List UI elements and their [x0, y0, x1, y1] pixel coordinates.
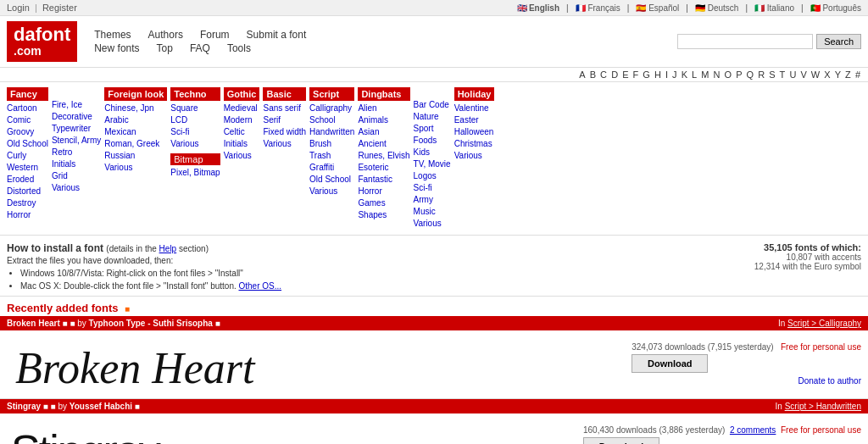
alpha-V[interactable]: V	[800, 69, 806, 80]
alpha-N[interactable]: N	[714, 69, 721, 80]
cat-kids[interactable]: Kids	[414, 147, 451, 158]
cat-army[interactable]: Army	[414, 194, 451, 206]
font-author-broken-heart[interactable]: Typhoon Type - Suthi Srisopha	[89, 319, 213, 328]
alpha-U[interactable]: U	[789, 69, 796, 80]
search-input[interactable]	[677, 34, 813, 49]
cat-logos[interactable]: Logos	[414, 170, 451, 182]
alpha-H[interactable]: H	[654, 69, 661, 80]
cat-groovy[interactable]: Groovy	[7, 126, 48, 138]
cat-holiday-various[interactable]: Various	[454, 150, 495, 162]
rss-icon[interactable]: ■	[125, 304, 130, 314]
cat-horror[interactable]: Horror	[7, 209, 48, 221]
alpha-M[interactable]: M	[701, 69, 709, 80]
alpha-L[interactable]: L	[692, 69, 697, 80]
alpha-hash[interactable]: #	[855, 69, 860, 80]
cat-horror-ding[interactable]: Horror	[358, 186, 409, 197]
comments-link-stingray[interactable]: 2 comments	[730, 425, 776, 435]
cat-distorted[interactable]: Distorted	[7, 186, 48, 197]
cat-trash[interactable]: Trash	[309, 150, 354, 162]
cat-celtic[interactable]: Celtic	[224, 126, 260, 138]
cat-cartoon[interactable]: Cartoon	[7, 103, 48, 114]
cat-halloween[interactable]: Halloween	[454, 126, 495, 138]
cat-brush[interactable]: Brush	[309, 138, 354, 150]
cat-animals[interactable]: Animals	[358, 114, 409, 126]
nav-tools[interactable]: Tools	[227, 42, 251, 54]
alpha-Q[interactable]: Q	[747, 69, 754, 80]
cat-sans-serif[interactable]: Sans serif	[263, 103, 306, 114]
cat-modern[interactable]: Modern	[224, 114, 260, 126]
cat-barcode[interactable]: Bar Code	[414, 99, 451, 111]
help-link[interactable]: Help	[159, 244, 177, 253]
lang-spanish[interactable]: 🇪🇸 Español	[636, 3, 679, 13]
alpha-B[interactable]: B	[590, 69, 596, 80]
download-button-broken-heart[interactable]: Download	[632, 354, 708, 373]
nav-submit[interactable]: Submit a font	[247, 29, 307, 41]
nav-forum[interactable]: Forum	[200, 29, 230, 41]
alpha-Z[interactable]: Z	[845, 69, 851, 80]
cat-roman[interactable]: Roman, Greek	[104, 138, 167, 150]
alpha-G[interactable]: G	[643, 69, 650, 80]
cat-grid[interactable]: Grid	[52, 170, 101, 182]
alpha-A[interactable]: A	[579, 69, 585, 80]
cat-gothic-various[interactable]: Various	[224, 150, 260, 162]
cat-runes[interactable]: Runes, Elvish	[358, 150, 409, 162]
alpha-I[interactable]: I	[665, 69, 668, 80]
cat-serif[interactable]: Serif	[263, 114, 306, 126]
cat-fancy-various[interactable]: Various	[52, 182, 101, 194]
alpha-D[interactable]: D	[611, 69, 618, 80]
cat-comic[interactable]: Comic	[7, 114, 48, 126]
cat-ancient[interactable]: Ancient	[358, 138, 409, 150]
cat-christmas[interactable]: Christmas	[454, 138, 495, 150]
lang-english[interactable]: 🇬🇧 English	[517, 3, 559, 13]
cat-decorative[interactable]: Decorative	[52, 111, 101, 123]
alpha-X[interactable]: X	[824, 69, 830, 80]
cat-valentine[interactable]: Valentine	[454, 103, 495, 114]
alpha-C[interactable]: C	[600, 69, 607, 80]
cat-games[interactable]: Games	[358, 197, 409, 209]
font-category-link-stingray[interactable]: Script > Handwritten	[785, 402, 861, 411]
alpha-S[interactable]: S	[769, 69, 775, 80]
font-author-stingray[interactable]: Youssef Habchi	[70, 402, 132, 411]
cat-fantastic[interactable]: Fantastic	[358, 174, 409, 186]
alpha-E[interactable]: E	[622, 69, 628, 80]
cat-pixel[interactable]: Pixel, Bitmap	[170, 167, 220, 179]
cat-medieval[interactable]: Medieval	[224, 103, 260, 114]
lang-italian[interactable]: 🇮🇹 Italiano	[754, 3, 794, 13]
alpha-K[interactable]: K	[682, 69, 687, 80]
cat-mexican[interactable]: Mexican	[104, 126, 167, 138]
cat-western[interactable]: Western	[7, 162, 48, 174]
cat-chinese[interactable]: Chinese, Jpn	[104, 103, 167, 114]
alpha-F[interactable]: F	[633, 69, 639, 80]
cat-script-various[interactable]: Various	[309, 186, 354, 197]
font-category-link-broken-heart[interactable]: Script > Calligraphy	[787, 319, 861, 328]
cat-scifi[interactable]: Sci-fi	[414, 182, 451, 194]
cat-foreign-various[interactable]: Various	[104, 162, 167, 174]
lang-german[interactable]: 🇩🇪 Deutsch	[695, 3, 738, 13]
site-logo[interactable]: dafont .com	[7, 21, 77, 62]
cat-arabic[interactable]: Arabic	[104, 114, 167, 126]
cat-initials2[interactable]: Initials	[224, 138, 260, 150]
cat-asian[interactable]: Asian	[358, 126, 409, 138]
alpha-O[interactable]: O	[725, 69, 732, 80]
cat-destroy[interactable]: Destroy	[7, 197, 48, 209]
other-os-link[interactable]: Other OS...	[239, 281, 282, 291]
search-button[interactable]: Search	[816, 34, 861, 49]
cat-fixed-width[interactable]: Fixed width	[263, 126, 306, 138]
cat-shapes[interactable]: Shapes	[358, 209, 409, 221]
nav-faq[interactable]: FAQ	[190, 42, 210, 54]
cat-tv-movie[interactable]: TV, Movie	[414, 158, 451, 170]
nav-top[interactable]: Top	[157, 42, 173, 54]
cat-alien[interactable]: Alien	[358, 103, 409, 114]
alpha-P[interactable]: P	[736, 69, 742, 80]
donate-link-broken-heart[interactable]: Donate to author	[798, 376, 862, 386]
cat-stencil[interactable]: Stencil, Army	[52, 135, 101, 147]
cat-fire-ice[interactable]: Fire, Ice	[52, 99, 101, 111]
cat-school[interactable]: School	[309, 114, 354, 126]
cat-music[interactable]: Music	[414, 206, 451, 218]
cat-lcd[interactable]: LCD	[170, 114, 220, 126]
cat-calligraphy[interactable]: Calligraphy	[309, 103, 354, 114]
cat-square[interactable]: Square	[170, 103, 220, 114]
cat-techno-various[interactable]: Various	[170, 138, 220, 150]
alpha-W[interactable]: W	[811, 69, 820, 80]
register-link[interactable]: Register	[42, 3, 77, 13]
